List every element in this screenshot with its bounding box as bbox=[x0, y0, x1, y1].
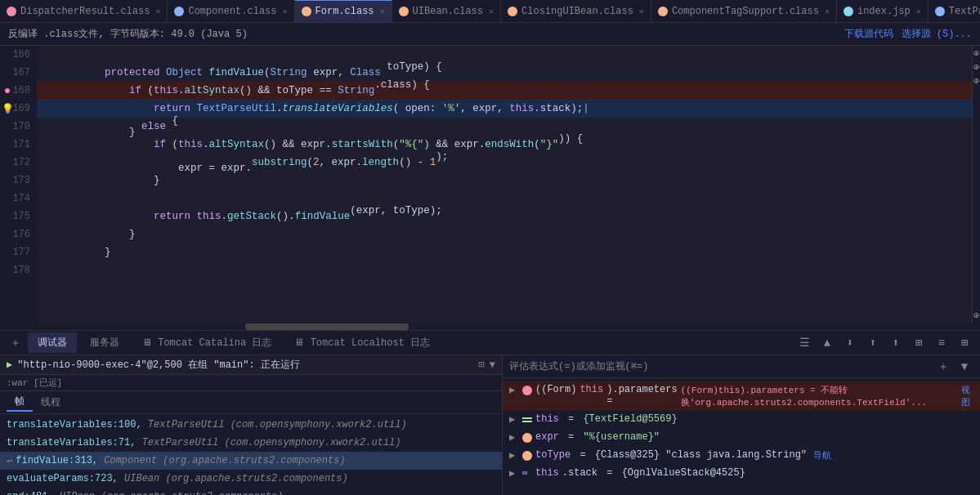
var-val-this: {TextField@5569} bbox=[583, 413, 677, 425]
close-form[interactable]: ✕ bbox=[380, 7, 385, 16]
panel-tab-server[interactable]: 服务器 bbox=[80, 332, 129, 353]
close-dispatcher[interactable]: ✕ bbox=[155, 7, 160, 16]
frame-class-3: UIBean bbox=[124, 473, 159, 484]
war-info-bar: :war [已运] bbox=[0, 375, 502, 391]
ln-169: 💡 169 bbox=[0, 100, 37, 118]
ln-171: 171 bbox=[0, 136, 37, 154]
panel-content: ▶ "http-nio-9000-exec-4"@2,500 在组 "main"… bbox=[0, 355, 980, 495]
tab-componenttagsupport[interactable]: ComponentTagSupport.class ✕ bbox=[651, 0, 837, 23]
eval-header-text: 评估表达式(=)或添加监视(⌘=) bbox=[509, 359, 934, 373]
var-item-this[interactable]: ▶ this = {TextField@5569} bbox=[503, 411, 980, 429]
code-sidebar-btn-1[interactable]: ⊕ bbox=[973, 47, 979, 60]
panel-list-icon[interactable]: ≡ bbox=[933, 334, 951, 352]
var-expand-arrow-0[interactable]: ▶ bbox=[509, 384, 519, 396]
frame-item-4[interactable]: end:481, UIBean (org.apache.struts2.comp… bbox=[0, 488, 502, 495]
tab-form[interactable]: Form.class ✕ bbox=[295, 0, 392, 23]
var-expand-arrow-1[interactable]: ▶ bbox=[509, 413, 519, 426]
var-lines-icon-1 bbox=[522, 415, 532, 425]
panel-tab-debugger[interactable]: 调试器 bbox=[28, 332, 77, 353]
panel-download-icon[interactable]: ⬇ bbox=[841, 334, 859, 352]
thread-name: "http-nio-9000-exec-4"@2,500 在组 "main": … bbox=[17, 358, 300, 372]
panel-upload-icon[interactable]: ⬆ bbox=[864, 334, 882, 352]
tab-dispatcher[interactable]: DispatcherResult.class ✕ bbox=[0, 0, 168, 23]
frame-back-icon-2: ↩ bbox=[7, 455, 12, 467]
code-sidebar-btn-4[interactable]: ⊕ bbox=[973, 310, 979, 322]
eval-add-btn[interactable]: ＋ bbox=[934, 358, 952, 376]
close-componenttagsupport[interactable]: ✕ bbox=[825, 7, 830, 16]
tab-icon-componenttagsupport bbox=[658, 7, 668, 16]
close-uibean[interactable]: ✕ bbox=[489, 7, 494, 16]
eval-expand-btn[interactable]: ▼ bbox=[955, 358, 973, 376]
tab-label-component: Component.class bbox=[188, 6, 276, 17]
var-eq-thisstack: = bbox=[601, 467, 619, 479]
select-source-link[interactable]: 选择源 (S)... bbox=[902, 27, 972, 41]
var-item-totype[interactable]: ▶ toType = {Class@325} "class java.lang.… bbox=[503, 447, 980, 465]
tab-label-textparseutil: TextParseUtil.java bbox=[949, 6, 980, 17]
frame-pkg-4: (org.apache.struts2.components) bbox=[101, 491, 283, 495]
frame-pkg-2: (org.apache.struts2.components) bbox=[163, 455, 345, 466]
tab-icon-component bbox=[174, 7, 184, 16]
ln-173: 173 bbox=[0, 172, 37, 190]
panel-add-btn[interactable]: ＋ bbox=[7, 334, 25, 352]
tab-closinguibean[interactable]: ClosingUIBean.class ✕ bbox=[501, 0, 651, 23]
code-area: 166 167 ● 168 💡 169 170 171 172 173 174 … bbox=[0, 46, 980, 323]
frame-item-1[interactable]: translateVariables:71, TextParseUtil (co… bbox=[0, 434, 502, 452]
frame-item-3[interactable]: evaluateParams:723, UIBean (org.apache.s… bbox=[0, 470, 502, 488]
var-item-thisstack[interactable]: ▶ ∞ this.stack = {OgnlValueStack@4525} bbox=[503, 465, 980, 483]
frame-class-1: TextParseUtil bbox=[142, 437, 219, 448]
frame-class-0: TextParseUtil bbox=[148, 419, 225, 430]
code-line-170: } else { bbox=[37, 118, 980, 136]
code-sidebar-btn-2[interactable]: ⊕ bbox=[973, 61, 979, 74]
panel-expand-icon[interactable]: ⊞ bbox=[955, 334, 973, 352]
var-name-thisstack: this bbox=[535, 467, 559, 479]
var-item-error[interactable]: ▶ ((Form)this).parameters = ((Form)this)… bbox=[503, 381, 980, 411]
thread-filter-btn[interactable]: ⊡ bbox=[479, 359, 485, 371]
var-error-msg: ((Form)this).parameters = 不能转换'org.apach… bbox=[681, 384, 955, 408]
tab-icon-dispatcher bbox=[7, 7, 16, 16]
frame-item-2[interactable]: ↩ findValue:313, Component (org.apache.s… bbox=[0, 452, 502, 470]
code-scrollbar-h[interactable] bbox=[0, 323, 980, 330]
download-source-link[interactable]: 下载源代码 bbox=[844, 27, 893, 41]
panel-filter-icon[interactable]: ⬆ bbox=[887, 334, 905, 352]
debug-subtab-frames[interactable]: 帧 bbox=[7, 393, 33, 412]
thread-filter-btn2[interactable]: ▼ bbox=[490, 359, 495, 371]
tab-uibean[interactable]: UIBean.class ✕ bbox=[392, 0, 501, 23]
frame-method-3: evaluateParams:723, bbox=[7, 473, 119, 484]
var-val-thisstack: {OgnlValueStack@4525} bbox=[622, 467, 745, 479]
code-line-177: } bbox=[37, 243, 980, 261]
var-error-link[interactable]: 视图 bbox=[961, 384, 973, 408]
frame-item-0[interactable]: translateVariables:100, TextParseUtil (c… bbox=[0, 416, 502, 434]
var-totype-link[interactable]: 导航 bbox=[813, 449, 831, 462]
tab-label-indexjsp: index.jsp bbox=[857, 6, 911, 17]
tab-indexjsp[interactable]: index.jsp ✕ bbox=[837, 0, 929, 23]
panel-table-icon[interactable]: ⊞ bbox=[910, 334, 928, 352]
debug-subtab-threads[interactable]: 线程 bbox=[33, 394, 69, 411]
var-expand-arrow-2[interactable]: ▶ bbox=[509, 431, 519, 444]
debug-frames-list: translateVariables:100, TextParseUtil (c… bbox=[0, 414, 502, 495]
tab-component[interactable]: Component.class ✕ bbox=[168, 0, 294, 23]
decompile-info: 反编译 .class文件, 字节码版本: 49.0 (Java 5) bbox=[8, 27, 248, 41]
tab-textparseutil[interactable]: TextParseUtil.java ✕ bbox=[929, 0, 980, 23]
code-content[interactable]: protected Object findValue(String expr, … bbox=[37, 46, 980, 323]
var-name-thisstack-dot: .stack bbox=[562, 467, 597, 479]
debug-right-header: 评估表达式(=)或添加监视(⌘=) ＋ ▼ bbox=[503, 355, 980, 378]
panel-up-icon[interactable]: ▲ bbox=[818, 334, 836, 352]
var-error-icon bbox=[522, 386, 532, 395]
var-expand-arrow-4[interactable]: ▶ bbox=[509, 467, 519, 479]
close-indexjsp[interactable]: ✕ bbox=[916, 7, 921, 16]
var-expand-arrow-3[interactable]: ▶ bbox=[509, 449, 519, 462]
code-scrollbar-thumb[interactable] bbox=[245, 323, 409, 330]
var-circle-icon-2 bbox=[522, 433, 532, 443]
ln-166: 166 bbox=[0, 46, 37, 64]
close-closinguibean[interactable]: ✕ bbox=[639, 7, 644, 16]
close-component[interactable]: ✕ bbox=[283, 7, 288, 16]
panel-settings-icon[interactable]: ☰ bbox=[795, 334, 813, 352]
panel-tab-localhost[interactable]: 🖥 Tomcat Localhost 日志 bbox=[284, 332, 440, 353]
code-sidebar-btn-3[interactable]: ⊕ bbox=[973, 75, 979, 87]
thread-info-bar: ▶ "http-nio-9000-exec-4"@2,500 在组 "main"… bbox=[0, 355, 502, 375]
tab-label-componenttagsupport: ComponentTagSupport.class bbox=[672, 6, 819, 17]
tab-label-dispatcher: DispatcherResult.class bbox=[20, 6, 150, 17]
panel-tab-catalina[interactable]: 🖥 Tomcat Catalina 日志 bbox=[132, 332, 281, 353]
tab-label-uibean: UIBean.class bbox=[413, 6, 483, 17]
var-item-expr[interactable]: ▶ expr = "%{username}" bbox=[503, 429, 980, 447]
